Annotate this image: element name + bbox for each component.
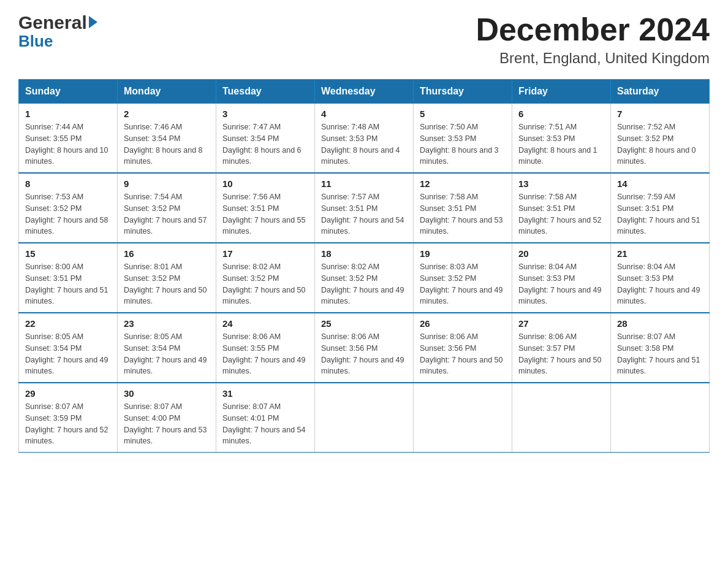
day-info: Sunrise: 8:07 AM Sunset: 4:01 PM Dayligh… [222,401,308,447]
day-info: Sunrise: 7:50 AM Sunset: 3:53 PM Dayligh… [420,121,506,167]
table-row: 15 Sunrise: 8:00 AM Sunset: 3:51 PM Dayl… [19,243,118,313]
day-info: Sunrise: 8:07 AM Sunset: 3:59 PM Dayligh… [25,401,111,447]
table-row [414,383,512,453]
table-row: 17 Sunrise: 8:02 AM Sunset: 3:52 PM Dayl… [216,243,315,313]
table-row: 29 Sunrise: 8:07 AM Sunset: 3:59 PM Dayl… [19,383,118,453]
header-sunday: Sunday [19,80,118,104]
day-number: 5 [420,109,506,119]
day-info: Sunrise: 8:05 AM Sunset: 3:54 PM Dayligh… [25,331,111,377]
day-number: 13 [518,178,604,189]
day-info: Sunrise: 7:56 AM Sunset: 3:51 PM Dayligh… [222,191,308,237]
day-number: 27 [518,318,604,329]
day-info: Sunrise: 8:02 AM Sunset: 3:52 PM Dayligh… [222,261,308,307]
header-wednesday: Wednesday [315,80,414,104]
table-row: 28 Sunrise: 8:07 AM Sunset: 3:58 PM Dayl… [611,313,710,383]
day-number: 15 [25,248,111,259]
table-row: 5 Sunrise: 7:50 AM Sunset: 3:53 PM Dayli… [414,104,512,174]
day-info: Sunrise: 7:48 AM Sunset: 3:53 PM Dayligh… [321,121,407,167]
day-info: Sunrise: 8:05 AM Sunset: 3:54 PM Dayligh… [124,331,210,377]
table-row: 11 Sunrise: 7:57 AM Sunset: 3:51 PM Dayl… [315,173,414,243]
table-row: 2 Sunrise: 7:46 AM Sunset: 3:54 PM Dayli… [118,104,216,174]
table-row: 24 Sunrise: 8:06 AM Sunset: 3:55 PM Dayl… [216,313,315,383]
day-number: 1 [25,109,111,119]
calendar-title: December 2024 [476,12,710,47]
table-row: 13 Sunrise: 7:58 AM Sunset: 3:51 PM Dayl… [512,173,611,243]
day-info: Sunrise: 7:59 AM Sunset: 3:51 PM Dayligh… [617,191,703,237]
table-row: 25 Sunrise: 8:06 AM Sunset: 3:56 PM Dayl… [315,313,414,383]
header-tuesday: Tuesday [216,80,315,104]
page-header: General Blue December 2024 Brent, Englan… [18,12,710,67]
calendar-header-row: Sunday Monday Tuesday Wednesday Thursday… [19,80,710,104]
calendar-week-1: 1 Sunrise: 7:44 AM Sunset: 3:55 PM Dayli… [19,104,710,174]
table-row: 30 Sunrise: 8:07 AM Sunset: 4:00 PM Dayl… [118,383,216,453]
day-number: 18 [321,248,407,259]
day-info: Sunrise: 8:04 AM Sunset: 3:53 PM Dayligh… [617,261,703,307]
header-friday: Friday [512,80,611,104]
day-info: Sunrise: 8:00 AM Sunset: 3:51 PM Dayligh… [25,261,111,307]
day-number: 6 [518,109,604,119]
day-info: Sunrise: 7:52 AM Sunset: 3:52 PM Dayligh… [617,121,703,167]
table-row: 7 Sunrise: 7:52 AM Sunset: 3:52 PM Dayli… [611,104,710,174]
logo-triangle-icon [89,16,97,28]
header-saturday: Saturday [611,80,710,104]
table-row [315,383,414,453]
table-row: 21 Sunrise: 8:04 AM Sunset: 3:53 PM Dayl… [611,243,710,313]
day-number: 26 [420,318,506,329]
day-info: Sunrise: 7:58 AM Sunset: 3:51 PM Dayligh… [518,191,604,237]
table-row: 1 Sunrise: 7:44 AM Sunset: 3:55 PM Dayli… [19,104,118,174]
table-row: 12 Sunrise: 7:58 AM Sunset: 3:51 PM Dayl… [414,173,512,243]
table-row: 10 Sunrise: 7:56 AM Sunset: 3:51 PM Dayl… [216,173,315,243]
day-info: Sunrise: 7:47 AM Sunset: 3:54 PM Dayligh… [222,121,308,167]
logo-blue-text: Blue [18,32,53,51]
day-info: Sunrise: 8:06 AM Sunset: 3:56 PM Dayligh… [420,331,506,377]
day-number: 3 [222,109,308,119]
day-info: Sunrise: 8:07 AM Sunset: 3:58 PM Dayligh… [617,331,703,377]
table-row: 14 Sunrise: 7:59 AM Sunset: 3:51 PM Dayl… [611,173,710,243]
calendar-week-2: 8 Sunrise: 7:53 AM Sunset: 3:52 PM Dayli… [19,173,710,243]
table-row: 16 Sunrise: 8:01 AM Sunset: 3:52 PM Dayl… [118,243,216,313]
table-row: 22 Sunrise: 8:05 AM Sunset: 3:54 PM Dayl… [19,313,118,383]
day-info: Sunrise: 7:51 AM Sunset: 3:53 PM Dayligh… [518,121,604,167]
day-number: 12 [420,178,506,189]
day-number: 8 [25,178,111,189]
table-row [611,383,710,453]
day-number: 28 [617,318,703,329]
table-row: 26 Sunrise: 8:06 AM Sunset: 3:56 PM Dayl… [414,313,512,383]
calendar-week-5: 29 Sunrise: 8:07 AM Sunset: 3:59 PM Dayl… [19,383,710,453]
day-info: Sunrise: 7:53 AM Sunset: 3:52 PM Dayligh… [25,191,111,237]
calendar-week-4: 22 Sunrise: 8:05 AM Sunset: 3:54 PM Dayl… [19,313,710,383]
day-number: 14 [617,178,703,189]
day-info: Sunrise: 7:46 AM Sunset: 3:54 PM Dayligh… [124,121,210,167]
table-row: 3 Sunrise: 7:47 AM Sunset: 3:54 PM Dayli… [216,104,315,174]
day-info: Sunrise: 8:04 AM Sunset: 3:53 PM Dayligh… [518,261,604,307]
day-info: Sunrise: 8:03 AM Sunset: 3:52 PM Dayligh… [420,261,506,307]
table-row: 19 Sunrise: 8:03 AM Sunset: 3:52 PM Dayl… [414,243,512,313]
day-number: 19 [420,248,506,259]
logo-general-text: General [18,12,87,33]
title-block: December 2024 Brent, England, United Kin… [476,12,710,67]
day-info: Sunrise: 7:58 AM Sunset: 3:51 PM Dayligh… [420,191,506,237]
day-number: 25 [321,318,407,329]
day-number: 24 [222,318,308,329]
day-info: Sunrise: 8:06 AM Sunset: 3:57 PM Dayligh… [518,331,604,377]
day-number: 22 [25,318,111,329]
day-info: Sunrise: 8:01 AM Sunset: 3:52 PM Dayligh… [124,261,210,307]
day-number: 23 [124,318,210,329]
calendar-week-3: 15 Sunrise: 8:00 AM Sunset: 3:51 PM Dayl… [19,243,710,313]
table-row: 27 Sunrise: 8:06 AM Sunset: 3:57 PM Dayl… [512,313,611,383]
day-number: 30 [124,388,210,399]
calendar-subtitle: Brent, England, United Kingdom [476,50,710,67]
header-thursday: Thursday [414,80,512,104]
day-number: 17 [222,248,308,259]
day-info: Sunrise: 8:07 AM Sunset: 4:00 PM Dayligh… [124,401,210,447]
day-number: 10 [222,178,308,189]
day-info: Sunrise: 8:06 AM Sunset: 3:55 PM Dayligh… [222,331,308,377]
day-info: Sunrise: 7:44 AM Sunset: 3:55 PM Dayligh… [25,121,111,167]
day-info: Sunrise: 7:57 AM Sunset: 3:51 PM Dayligh… [321,191,407,237]
day-info: Sunrise: 8:02 AM Sunset: 3:52 PM Dayligh… [321,261,407,307]
table-row: 31 Sunrise: 8:07 AM Sunset: 4:01 PM Dayl… [216,383,315,453]
day-number: 2 [124,109,210,119]
day-number: 9 [124,178,210,189]
table-row: 4 Sunrise: 7:48 AM Sunset: 3:53 PM Dayli… [315,104,414,174]
logo: General Blue [18,12,97,51]
